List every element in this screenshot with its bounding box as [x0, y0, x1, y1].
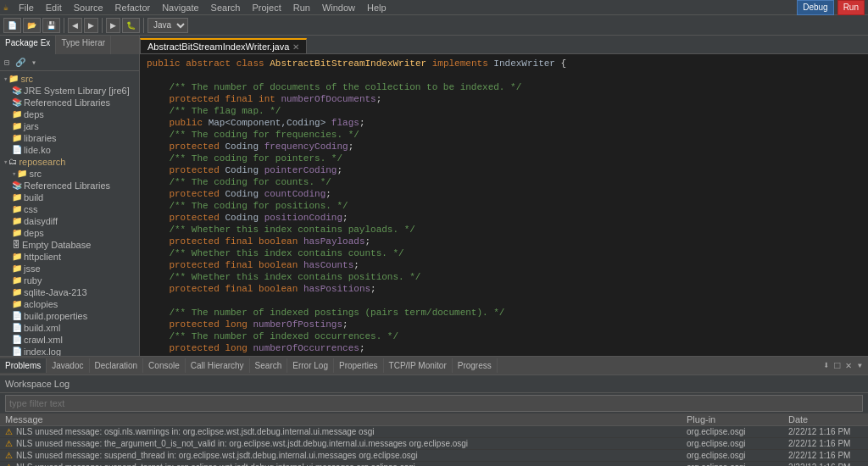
log-row[interactable]: ⚠NLS unused message: the_argument_0_is_n…	[0, 438, 868, 450]
menu-refactor[interactable]: Refactor	[110, 3, 156, 13]
panel-menu-button[interactable]: ▾	[855, 359, 865, 372]
menu-search[interactable]: Search	[206, 3, 246, 13]
tree-item-sqlite[interactable]: 📁 sqlite-Java-213	[0, 286, 139, 298]
collapse-all-button[interactable]: ⊟	[2, 57, 12, 69]
tree-item-build-xml[interactable]: 📄 build.xml	[0, 322, 139, 334]
minimize-panel-button[interactable]: ⬇	[821, 359, 831, 372]
code-line-4: protected final int numberOfDocuments;	[140, 93, 868, 105]
tree-label: Referenced Libraries	[24, 180, 110, 191]
sidebar-menu-button[interactable]: ▾	[29, 57, 39, 69]
sidebar-tab-type-hierarchy[interactable]: Type Hierar	[56, 36, 111, 54]
bottom-tab-tcp[interactable]: TCP/IP Monitor	[384, 358, 453, 373]
tree-item-build[interactable]: 📁 build	[0, 191, 139, 203]
bottom-tab-error-log[interactable]: Error Log	[287, 358, 334, 373]
bottom-tab-problems[interactable]: Problems	[0, 358, 47, 373]
bottom-tab-call-hierarchy[interactable]: Call Hierarchy	[186, 358, 250, 373]
toolbar-separator-1	[64, 18, 64, 33]
new-button[interactable]: 📄	[3, 18, 21, 33]
tree-item-reposearch[interactable]: ▾ 🗂 reposearch	[0, 156, 139, 168]
run-button[interactable]: Run	[837, 0, 865, 15]
menu-help[interactable]: Help	[362, 3, 392, 13]
bottom-tab-search[interactable]: Search	[250, 358, 288, 373]
bottom-tab-declaration[interactable]: Declaration	[90, 358, 144, 373]
menu-source[interactable]: Source	[69, 3, 108, 13]
run-toolbar-button[interactable]: ▶	[106, 18, 120, 33]
tree-item-jsse[interactable]: 📁 jsse	[0, 263, 139, 275]
tree-item-daisydiff[interactable]: 📁 daisydiff	[0, 215, 139, 227]
tree-item-index-log[interactable]: 📄 index.log	[0, 346, 139, 356]
tree-label: ruby	[24, 275, 42, 286]
maximize-panel-button[interactable]: □	[832, 360, 842, 372]
perspective-combo[interactable]: Java	[147, 18, 188, 33]
file-icon: 📄	[12, 347, 22, 356]
log-row[interactable]: ⚠NLS unused message: suspend_thread in: …	[0, 450, 868, 462]
tree-item-aclopies[interactable]: 📁 aclopies	[0, 298, 139, 310]
tree-item-src[interactable]: ▾ 📁 src	[0, 73, 139, 85]
project-icon: 🗂	[8, 157, 17, 167]
debug-toolbar-button[interactable]: 🐛	[122, 18, 140, 33]
code-line-22: /** The number of indexed postings (pair…	[140, 307, 868, 319]
database-icon: 🗄	[12, 240, 20, 250]
tree-item-httpclient[interactable]: 📁 httpclient	[0, 251, 139, 263]
tree-item-jars[interactable]: 📁 jars	[0, 120, 139, 132]
folder-icon: 📁	[12, 192, 22, 202]
menu-window[interactable]: Window	[317, 3, 360, 13]
back-button[interactable]: ◀	[68, 18, 82, 33]
folder-icon: 📁	[12, 121, 22, 131]
tree-item-lide[interactable]: 📄 lide.ko	[0, 144, 139, 156]
code-line-16: protected final boolean hasPayloads;	[140, 236, 868, 247]
folder-icon: 📁	[12, 109, 22, 119]
folder-icon: 📁	[12, 252, 22, 262]
tree-item-build-properties[interactable]: 📄 build.properties	[0, 310, 139, 322]
open-button[interactable]: 📂	[23, 18, 41, 33]
log-table[interactable]: Message Plug-in Date ⚠NLS unused message…	[0, 413, 868, 466]
col-plugin: Plug-in	[682, 413, 783, 426]
tree-item-libraries[interactable]: 📁 libraries	[0, 132, 139, 144]
sidebar-tab-package-explorer[interactable]: Package Ex	[0, 36, 56, 54]
code-line-11: /** The coding for counts. */	[140, 176, 868, 188]
tree-item-referenced-libs2[interactable]: 📚 Referenced Libraries	[0, 180, 139, 191]
folder-icon: 📁	[12, 228, 22, 238]
debug-button[interactable]: Debug	[797, 0, 833, 15]
log-date: 2/22/12 1:16 PM	[783, 462, 868, 467]
code-text: protected Coding pointerCoding;	[140, 164, 349, 176]
forward-button[interactable]: ▶	[84, 18, 98, 33]
bottom-tab-console[interactable]: Console	[143, 358, 186, 373]
file-icon: 📄	[12, 323, 22, 333]
log-message: ⚠NLS unused message: suspend_thread in: …	[0, 450, 682, 462]
log-filter-input[interactable]	[5, 395, 863, 412]
tree-item-src2[interactable]: ▾ 📁 src	[0, 168, 139, 180]
tree-item-jre[interactable]: 📚 JRE System Library [jre6]	[0, 85, 139, 97]
tree-item-ruby[interactable]: 📁 ruby	[0, 275, 139, 286]
tree-item-empty-db[interactable]: 🗄 Empty Database	[0, 239, 139, 251]
menu-navigate[interactable]: Navigate	[157, 3, 203, 13]
log-row[interactable]: ⚠NLS unused message: suspend_target in: …	[0, 462, 868, 467]
code-text: protected Coding frequencyCoding;	[140, 141, 360, 153]
link-editor-button[interactable]: 🔗	[13, 57, 28, 69]
code-line-3: /** The number of documents of the colle…	[140, 81, 868, 93]
menu-run[interactable]: Run	[288, 3, 315, 13]
code-text: /** The flag map. */	[140, 105, 287, 117]
tree-item-deps2[interactable]: 📁 deps	[0, 227, 139, 239]
warning-icon: ⚠	[5, 427, 13, 436]
editor-content[interactable]: public abstract class AbstractBitStreamI…	[140, 54, 868, 356]
log-row[interactable]: ⚠NLS unused message: osgi.nls.warnings i…	[0, 426, 868, 438]
sidebar-tree: ▾ 📁 src 📚 JRE System Library [jre6] 📚 Re…	[0, 71, 139, 356]
bottom-tab-javadoc[interactable]: Javadoc	[47, 358, 89, 373]
tree-item-deps[interactable]: 📁 deps	[0, 108, 139, 120]
tree-item-crawl-xml[interactable]: 📄 crawl.xml	[0, 334, 139, 346]
bottom-tab-properties[interactable]: Properties	[334, 358, 384, 373]
tree-label: sqlite-Java-213	[24, 287, 87, 297]
toolbar-separator-3	[143, 18, 144, 33]
menu-project[interactable]: Project	[247, 3, 286, 13]
menu-edit[interactable]: Edit	[41, 3, 67, 13]
editor-tab-abstractbit[interactable]: AbstractBitStreamIndexWriter.java ✕	[140, 38, 307, 53]
bottom-tab-progress[interactable]: Progress	[453, 358, 498, 373]
tree-label: build	[24, 192, 43, 202]
tab-close-button[interactable]: ✕	[292, 42, 299, 52]
close-panel-button[interactable]: ✕	[844, 359, 854, 372]
save-button[interactable]: 💾	[42, 18, 60, 33]
menu-file[interactable]: File	[14, 3, 39, 13]
tree-item-referenced-libs[interactable]: 📚 Referenced Libraries	[0, 97, 139, 108]
tree-item-css[interactable]: 📁 css	[0, 203, 139, 215]
